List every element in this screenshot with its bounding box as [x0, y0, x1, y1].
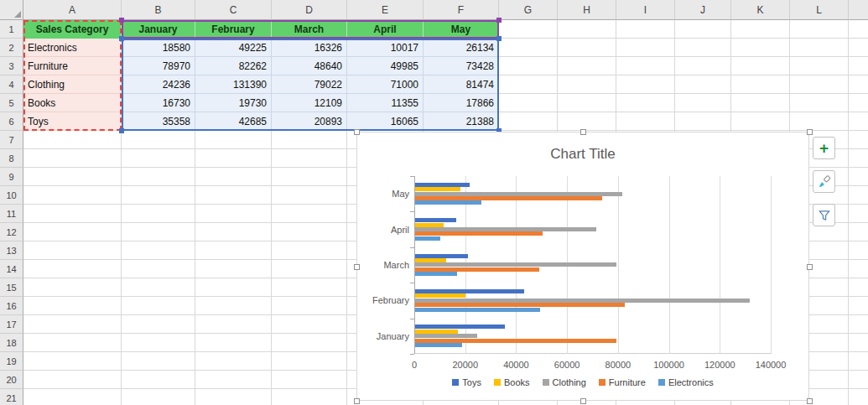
bar-books-january[interactable]	[415, 330, 458, 334]
chart-resize-handle[interactable]	[807, 129, 813, 135]
column-header-L[interactable]: L	[790, 0, 849, 20]
cell-B5[interactable]: 16730	[122, 94, 195, 112]
row-header-10[interactable]: 10	[0, 186, 23, 205]
cell-F3[interactable]: 73428	[424, 57, 499, 75]
cell-B3[interactable]: 78970	[122, 57, 195, 75]
column-header-A[interactable]: A	[23, 0, 122, 20]
bar-books-may[interactable]	[415, 187, 460, 191]
cell-D6[interactable]: 20893	[272, 112, 347, 131]
bar-electronics-may[interactable]	[415, 200, 481, 205]
cell-D1[interactable]: March	[272, 20, 347, 39]
row-header-11[interactable]: 11	[0, 205, 23, 223]
row-header-14[interactable]: 14	[0, 260, 23, 278]
chart-resize-handle[interactable]	[807, 398, 813, 404]
bar-clothing-february[interactable]	[415, 299, 750, 303]
row-header-7[interactable]: 7	[0, 131, 23, 149]
cell-B2[interactable]: 18580	[122, 39, 195, 57]
cell-F2[interactable]: 26134	[424, 39, 499, 57]
column-header-J[interactable]: J	[675, 0, 731, 20]
chart-resize-handle[interactable]	[354, 264, 360, 270]
bar-toys-april[interactable]	[415, 218, 456, 222]
column-header-clipped[interactable]	[849, 0, 868, 20]
column-header-F[interactable]: F	[424, 0, 499, 20]
cell-A2[interactable]: Electronics	[23, 39, 122, 57]
column-header-D[interactable]: D	[272, 0, 347, 20]
cell-F6[interactable]: 21388	[424, 112, 499, 131]
column-header-B[interactable]: B	[122, 0, 195, 20]
chart-title[interactable]: Chart Title	[357, 146, 808, 163]
cell-C2[interactable]: 49225	[195, 39, 272, 57]
bar-furniture-may[interactable]	[415, 196, 602, 200]
bar-toys-january[interactable]	[415, 325, 505, 329]
legend-item-toys[interactable]: Toys	[452, 377, 481, 387]
row-header-5[interactable]: 5	[0, 94, 23, 112]
bar-electronics-february[interactable]	[415, 308, 540, 312]
row-header-9[interactable]: 9	[0, 168, 23, 186]
chart-resize-handle[interactable]	[354, 129, 360, 135]
cell-E4[interactable]: 71000	[347, 75, 424, 94]
bar-clothing-may[interactable]	[415, 192, 622, 196]
row-header-19[interactable]: 19	[0, 352, 23, 371]
row-header-13[interactable]: 13	[0, 241, 23, 260]
column-header-E[interactable]: E	[347, 0, 424, 20]
row-header-8[interactable]: 8	[0, 149, 23, 168]
cell-C1[interactable]: February	[195, 20, 272, 39]
chart-resize-handle[interactable]	[580, 129, 586, 135]
column-header-H[interactable]: H	[558, 0, 616, 20]
column-header-I[interactable]: I	[616, 0, 675, 20]
bar-electronics-january[interactable]	[415, 343, 462, 347]
bar-toys-march[interactable]	[415, 254, 468, 258]
cell-A1[interactable]: Sales Category	[23, 20, 122, 39]
cell-D5[interactable]: 12109	[272, 94, 347, 112]
cell-E2[interactable]: 10017	[347, 39, 424, 57]
row-header-1[interactable]: 1	[0, 20, 23, 39]
legend-item-clothing[interactable]: Clothing	[543, 377, 586, 387]
bar-electronics-april[interactable]	[415, 236, 440, 241]
column-header-G[interactable]: G	[499, 0, 558, 20]
select-all-button[interactable]	[0, 0, 23, 20]
row-header-21[interactable]: 21	[0, 389, 23, 405]
cell-D3[interactable]: 48640	[272, 57, 347, 75]
chart-resize-handle[interactable]	[807, 264, 813, 270]
column-header-C[interactable]: C	[195, 0, 272, 20]
cell-C3[interactable]: 82262	[195, 57, 272, 75]
chart-legend[interactable]: ToysBooksClothingFurnitureElectronics	[357, 377, 808, 387]
cell-D4[interactable]: 79022	[272, 75, 347, 94]
chart[interactable]: Chart Title 0200004000060000800001000001…	[356, 132, 809, 401]
cell-C4[interactable]: 131390	[195, 75, 272, 94]
bar-furniture-january[interactable]	[415, 339, 616, 343]
cell-A5[interactable]: Books	[23, 94, 122, 112]
cell-C5[interactable]: 19730	[195, 94, 272, 112]
cell-D2[interactable]: 16326	[272, 39, 347, 57]
cell-A4[interactable]: Clothing	[23, 75, 122, 94]
bar-furniture-february[interactable]	[415, 303, 625, 307]
bar-books-march[interactable]	[415, 258, 446, 262]
bar-furniture-march[interactable]	[415, 267, 539, 272]
bar-clothing-january[interactable]	[415, 334, 477, 338]
bar-books-april[interactable]	[415, 223, 444, 227]
row-header-6[interactable]: 6	[0, 112, 23, 131]
bar-books-february[interactable]	[415, 293, 465, 298]
chart-resize-handle[interactable]	[580, 398, 586, 404]
bar-clothing-april[interactable]	[415, 227, 596, 231]
cell-B1[interactable]: January	[122, 20, 195, 39]
chart-style-button[interactable]	[813, 170, 835, 193]
chart-add-elements-button[interactable]: +	[813, 137, 835, 159]
column-header-K[interactable]: K	[731, 0, 790, 20]
row-header-18[interactable]: 18	[0, 334, 23, 352]
row-header-17[interactable]: 17	[0, 315, 23, 334]
cell-F5[interactable]: 17866	[424, 94, 499, 112]
bar-toys-may[interactable]	[415, 183, 470, 187]
chart-filter-button[interactable]	[813, 204, 835, 226]
row-header-15[interactable]: 15	[0, 278, 23, 297]
cell-F4[interactable]: 81474	[424, 75, 499, 94]
cell-A3[interactable]: Furniture	[23, 57, 122, 75]
cell-B4[interactable]: 24236	[122, 75, 195, 94]
bar-furniture-april[interactable]	[415, 231, 543, 236]
bar-clothing-march[interactable]	[415, 262, 616, 267]
legend-item-electronics[interactable]: Electronics	[658, 377, 714, 387]
cell-F1[interactable]: May	[424, 20, 499, 39]
cell-E1[interactable]: April	[347, 20, 424, 39]
row-header-20[interactable]: 20	[0, 371, 23, 389]
cell-B6[interactable]: 35358	[122, 112, 195, 131]
